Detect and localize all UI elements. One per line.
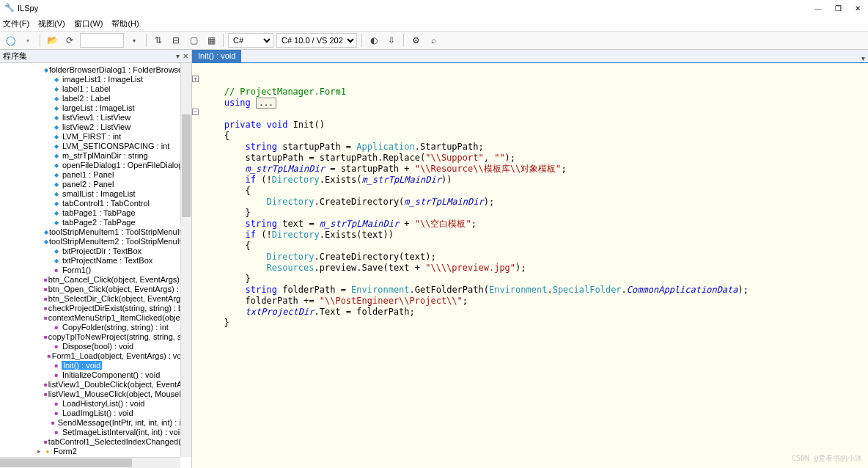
panel-header: 程序集 ▾ ✕ [0, 50, 191, 63]
method-icon [51, 409, 62, 417]
toolbar: ◯ ▾ 📂 ⟳ ▾ ⇅ ⊟ ▢ ▦ C# C# 10.0 / VS 202 ◐ … [0, 31, 868, 50]
tree-item-label: label2 : Label [62, 94, 111, 103]
tree-item[interactable]: folderBrowserDialog1 : FolderBrowserDial… [0, 65, 191, 74]
field-icon [51, 94, 62, 102]
tree-item[interactable]: contextMenuStrip1_ItemClicked(object, To… [0, 312, 191, 322]
tree-item-label: Form1_Load(object, EventArgs) : void [51, 351, 188, 360]
tree-item[interactable]: panel2 : Panel [0, 179, 191, 189]
tree-item[interactable]: m_strTplMainDir : string [0, 150, 191, 160]
field-icon [51, 161, 62, 169]
menu-help[interactable]: 帮助(H) [111, 18, 139, 29]
tree-item[interactable]: LVM_SETICONSPACING : int [0, 141, 191, 150]
tree-item[interactable]: Dispose(bool) : void [0, 341, 191, 351]
editor-panel: Init() : void ▾ + − // ProjectManager.Fo… [192, 50, 868, 468]
expand-icon[interactable]: ▸ [35, 447, 43, 455]
tree-item[interactable]: checkProjectDirExist(string, string) : b… [0, 303, 191, 312]
collapse-button[interactable]: ⊟ [169, 33, 183, 48]
tree-item[interactable]: tabControl1 : TabControl [0, 198, 191, 208]
tree-item[interactable]: tabPage2 : TabPage [0, 217, 191, 227]
tree-item[interactable]: btn_Open_Click(object, EventArgs) : void [0, 284, 191, 293]
tree-item-label: SendMessage(IntPtr, int, int, int) : int [57, 418, 188, 427]
tree-item[interactable]: toolStripMenuItem1 : ToolStripMenuItem [0, 227, 191, 236]
tree-item[interactable]: LoadImgList() : void [0, 408, 191, 417]
field-icon [51, 75, 62, 83]
class-icon [43, 447, 53, 455]
menu-view[interactable]: 视图(V) [38, 18, 65, 29]
assembly-tree[interactable]: folderBrowserDialog1 : FolderBrowserDial… [0, 63, 191, 468]
field-icon [51, 103, 62, 111]
dark-mode-button[interactable]: ◐ [367, 33, 381, 48]
tree-item[interactable]: listView2 : ListView [0, 122, 191, 131]
maximize-button[interactable]: ❐ [835, 4, 842, 12]
tree-item[interactable]: listView1_DoubleClick(object, EventArgs)… [0, 379, 191, 389]
settings-button[interactable]: ⚙ [408, 33, 423, 48]
sort-button[interactable]: ⇅ [151, 33, 166, 48]
language-select[interactable]: C# [228, 33, 273, 48]
tree-item[interactable]: label2 : Label [0, 93, 191, 103]
fold-placeholder[interactable]: ... [256, 98, 276, 109]
open-button[interactable]: 📂 [45, 33, 59, 48]
tree-item[interactable]: largeList : ImageList [0, 103, 191, 112]
code-view[interactable]: + − // ProjectManager.Form1 using ... pr… [192, 63, 868, 468]
tree-item[interactable]: Form1_Load(object, EventArgs) : void [0, 351, 191, 360]
tree-item-label: largeList : ImageList [62, 103, 135, 112]
fold-toggle[interactable]: + [192, 76, 199, 82]
panel-title: 程序集 [3, 51, 27, 62]
tree-item[interactable]: InitializeComponent() : void [0, 370, 191, 379]
tree-item[interactable]: Form1() [0, 265, 191, 274]
tree-item[interactable]: label1 : Label [0, 84, 191, 93]
tree-item[interactable]: copyTplToNewProject(string, string, stri… [0, 332, 191, 341]
tree-item-label: LoadImgList() : void [62, 409, 134, 417]
show-il-button[interactable]: ▦ [204, 33, 218, 48]
field-icon [51, 151, 62, 159]
fold-toggle[interactable]: − [192, 109, 199, 115]
back-button[interactable]: ◯ [3, 33, 18, 48]
tree-item-label: m_strTplMainDir : string [62, 151, 149, 160]
tree-item[interactable]: btn_SelectDir_Click(object, EventArgs) :… [0, 293, 191, 303]
tree-item-label: LoadHistoryList() : void [62, 399, 146, 408]
forward-dropdown[interactable]: ▾ [21, 33, 35, 48]
tree-item[interactable]: txtProjectName : TextBox [0, 255, 191, 265]
minimize-button[interactable]: — [814, 4, 822, 12]
tree-item[interactable]: listView1 : ListView [0, 112, 191, 122]
editor-tab-bar: Init() : void ▾ [192, 50, 868, 63]
tree-item[interactable]: tabPage1 : TabPage [0, 208, 191, 217]
tree-item[interactable]: listView1_MouseClick(object, MouseEventA… [0, 389, 191, 398]
assembly-combo[interactable] [80, 33, 124, 48]
save-button[interactable]: ⇩ [384, 33, 399, 48]
tree-item[interactable]: imageList1 : ImageList [0, 74, 191, 84]
code-keyword: using [224, 98, 251, 108]
vertical-scrollbar[interactable] [180, 63, 191, 457]
separator [40, 34, 40, 47]
tree-item[interactable]: SendMessage(IntPtr, int, int, int) : int [0, 417, 191, 427]
separator [146, 34, 147, 47]
tree-item-label: txtProjectDir : TextBox [62, 246, 142, 255]
close-button[interactable]: ✕ [855, 4, 861, 12]
tree-item[interactable]: SetImageListInterval(int, int) : void [0, 427, 191, 436]
menu-window[interactable]: 窗口(W) [74, 18, 103, 29]
tree-item[interactable]: openFileDialog1 : OpenFileDialog [0, 160, 191, 169]
tree-item[interactable]: txtProjectDir : TextBox [0, 246, 191, 255]
tab-overflow-icon[interactable]: ▾ [858, 54, 868, 62]
panel-close-icon[interactable]: ✕ [183, 52, 188, 60]
menu-file[interactable]: 文件(F) [3, 18, 29, 29]
tree-item[interactable]: smallList : ImageList [0, 189, 191, 198]
field-icon [51, 113, 62, 121]
horizontal-scrollbar[interactable] [0, 457, 180, 468]
combo-drop-icon[interactable]: ▾ [127, 33, 141, 48]
tree-item[interactable]: Init() : void [0, 360, 191, 370]
refresh-button[interactable]: ⟳ [62, 33, 77, 48]
tree-item[interactable]: LoadHistoryList() : void [0, 398, 191, 408]
tree-item[interactable]: CopyFolder(string, string) : int [0, 322, 191, 332]
tree-item[interactable]: toolStripMenuItem2 : ToolStripMenuItem [0, 236, 191, 246]
tree-item[interactable]: LVM_FIRST : int [0, 131, 191, 141]
search-button[interactable]: ⌕ [426, 33, 441, 48]
tree-item[interactable]: panel1 : Panel [0, 169, 191, 179]
editor-tab[interactable]: Init() : void [192, 50, 241, 62]
tree-item[interactable]: tabControl1_SelectedIndexChanged(object,… [0, 436, 191, 446]
tree-item[interactable]: btn_Cancel_Click(object, EventArgs) : vo… [0, 274, 191, 284]
panel-dropdown-icon[interactable]: ▾ [176, 52, 180, 60]
public-only-button[interactable]: ▢ [186, 33, 201, 48]
tree-item[interactable]: ▸Form2 [0, 446, 191, 456]
version-select[interactable]: C# 10.0 / VS 202 [276, 33, 357, 48]
